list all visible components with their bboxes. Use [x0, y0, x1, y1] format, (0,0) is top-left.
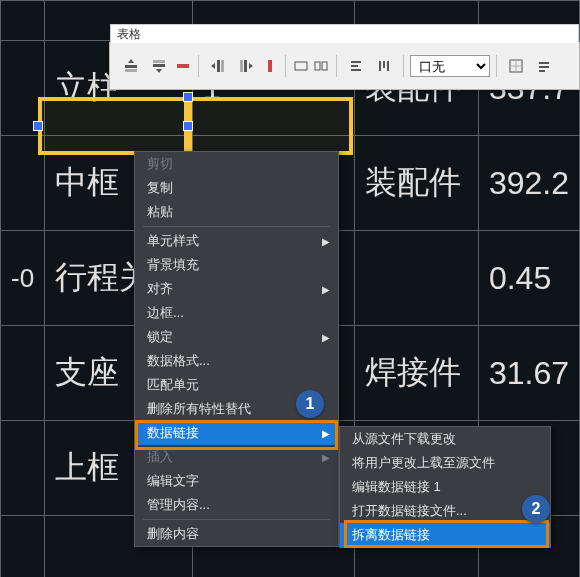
insert-row-above-button[interactable] [118, 57, 144, 75]
menu-item: 剪切 [135, 152, 338, 176]
cell[interactable]: 焊接件 [355, 326, 478, 421]
menu-item-label: 边框... [147, 304, 184, 322]
menu-item-label: 剪切 [147, 155, 173, 173]
svg-rect-14 [351, 65, 358, 67]
menu-item-label: 锁定 [147, 328, 173, 346]
svg-rect-3 [153, 64, 165, 67]
menu-item-label: 数据链接 [147, 424, 199, 442]
menu-item-label: 对齐 [147, 280, 173, 298]
insert-col-right-button[interactable] [233, 57, 259, 75]
annotation-badge: 2 [522, 495, 550, 523]
menu-item[interactable]: 粘贴 [135, 200, 338, 224]
menu-item[interactable]: 对齐▶ [135, 277, 338, 301]
table-toolbar-panel: 表格 口无 [109, 42, 580, 90]
cell[interactable]: 0.45 [478, 231, 579, 326]
menu-item[interactable]: 单元样式▶ [135, 229, 338, 253]
menu-item[interactable]: 编辑文字 [135, 469, 338, 493]
svg-rect-7 [240, 60, 243, 72]
unmerge-cells-button[interactable] [312, 57, 330, 75]
menu-item-label: 从源文件下载更改 [352, 430, 456, 448]
menu-item-label: 打开数据链接文件... [352, 502, 467, 520]
menu-item[interactable]: 删除内容 [135, 522, 338, 546]
svg-rect-13 [351, 61, 361, 63]
cell[interactable]: 392.2 [478, 136, 579, 231]
cell[interactable] [355, 231, 478, 326]
svg-rect-22 [539, 62, 549, 64]
borders-button[interactable] [503, 57, 529, 75]
submenu-arrow-icon: ▶ [322, 452, 330, 463]
svg-rect-6 [221, 60, 224, 72]
submenu-arrow-icon: ▶ [322, 332, 330, 343]
submenu-arrow-icon: ▶ [322, 236, 330, 247]
grip-handle[interactable] [33, 121, 43, 131]
menu-item: 插入▶ [135, 445, 338, 469]
context-menu: 剪切复制粘贴单元样式▶背景填充对齐▶边框...锁定▶数据格式...匹配单元删除所… [134, 151, 339, 547]
menu-item-label: 匹配单元 [147, 376, 199, 394]
cell[interactable] [1, 326, 45, 421]
format-button[interactable] [531, 57, 557, 75]
menu-item-label: 插入 [147, 448, 173, 466]
svg-rect-24 [539, 70, 545, 72]
menu-item-label: 拆离数据链接 [352, 526, 430, 544]
align-button[interactable] [343, 57, 369, 75]
menu-item-label: 数据格式... [147, 352, 210, 370]
svg-rect-18 [387, 61, 389, 71]
menu-item[interactable]: 拆离数据链接 [340, 523, 550, 547]
menu-item-label: 管理内容... [147, 496, 210, 514]
menu-item-label: 编辑文字 [147, 472, 199, 490]
menu-item-label: 编辑数据链接 1 [352, 478, 441, 496]
menu-item[interactable]: 边框... [135, 301, 338, 325]
svg-rect-11 [315, 62, 320, 70]
svg-rect-2 [153, 60, 165, 63]
cell-style-select[interactable]: 口无 [410, 55, 490, 77]
svg-rect-17 [383, 61, 385, 68]
menu-item[interactable]: 编辑数据链接 1 [340, 475, 550, 499]
menu-item-label: 粘贴 [147, 203, 173, 221]
menu-item[interactable]: 将用户更改上载至源文件 [340, 451, 550, 475]
delete-col-button[interactable] [261, 57, 279, 75]
delete-row-button[interactable] [174, 57, 192, 75]
panel-title: 表格 [110, 24, 579, 43]
valign-button[interactable] [371, 57, 397, 75]
svg-rect-23 [539, 66, 549, 68]
merge-cells-button[interactable] [292, 57, 310, 75]
svg-rect-0 [125, 65, 137, 68]
cell[interactable]: 31.67 [478, 326, 579, 421]
svg-rect-9 [268, 60, 272, 72]
menu-item[interactable]: 数据格式... [135, 349, 338, 373]
svg-rect-16 [379, 61, 381, 71]
svg-rect-1 [125, 69, 137, 72]
menu-item-label: 单元样式 [147, 232, 199, 250]
insert-row-below-button[interactable] [146, 57, 172, 75]
cell[interactable] [1, 421, 45, 516]
submenu: 从源文件下载更改将用户更改上载至源文件编辑数据链接 1打开数据链接文件...拆离… [339, 426, 551, 548]
grip-handle[interactable] [183, 121, 193, 131]
grip-handle[interactable] [183, 92, 193, 102]
menu-item-label: 背景填充 [147, 256, 199, 274]
menu-item-label: 复制 [147, 179, 173, 197]
menu-item[interactable]: 数据链接▶ [135, 421, 338, 445]
menu-item[interactable]: 复制 [135, 176, 338, 200]
svg-rect-15 [351, 69, 361, 71]
menu-item[interactable]: 背景填充 [135, 253, 338, 277]
menu-item-label: 删除内容 [147, 525, 199, 543]
cell[interactable]: -0 [1, 231, 45, 326]
cell[interactable]: 装配件 [355, 136, 478, 231]
submenu-arrow-icon: ▶ [322, 428, 330, 439]
submenu-arrow-icon: ▶ [322, 284, 330, 295]
selection-overlay [38, 97, 353, 155]
menu-item[interactable]: 锁定▶ [135, 325, 338, 349]
menu-item-label: 删除所有特性替代 [147, 400, 251, 418]
insert-col-left-button[interactable] [205, 57, 231, 75]
annotation-badge: 1 [296, 390, 324, 418]
svg-rect-10 [295, 62, 307, 70]
menu-item[interactable]: 打开数据链接文件... [340, 499, 550, 523]
menu-item[interactable]: 管理内容... [135, 493, 338, 517]
svg-rect-12 [322, 62, 327, 70]
svg-rect-4 [177, 64, 189, 68]
svg-rect-8 [244, 60, 247, 72]
svg-rect-5 [217, 60, 220, 72]
menu-item[interactable]: 从源文件下载更改 [340, 427, 550, 451]
menu-item-label: 将用户更改上载至源文件 [352, 454, 495, 472]
